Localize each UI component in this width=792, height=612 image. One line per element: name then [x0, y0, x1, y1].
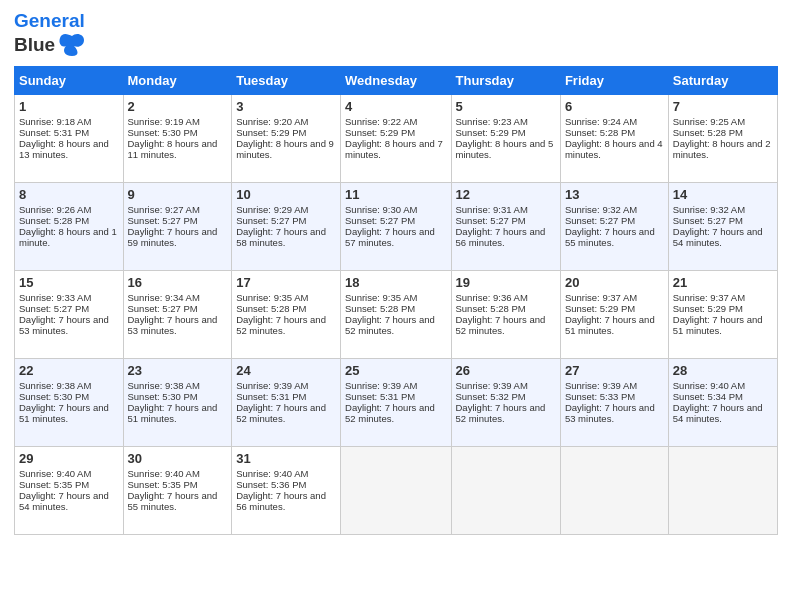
sunset-text: Sunset: 5:35 PM: [19, 479, 89, 490]
day-number: 8: [19, 187, 119, 202]
sunset-text: Sunset: 5:28 PM: [345, 303, 415, 314]
sunset-text: Sunset: 5:29 PM: [673, 303, 743, 314]
daylight-text: Daylight: 7 hours and 53 minutes.: [19, 314, 109, 336]
sunset-text: Sunset: 5:29 PM: [456, 127, 526, 138]
sunrise-text: Sunrise: 9:34 AM: [128, 292, 200, 303]
daylight-text: Daylight: 7 hours and 57 minutes.: [345, 226, 435, 248]
sunset-text: Sunset: 5:28 PM: [236, 303, 306, 314]
daylight-text: Daylight: 7 hours and 55 minutes.: [565, 226, 655, 248]
col-header-sunday: Sunday: [15, 66, 124, 94]
day-number: 4: [345, 99, 446, 114]
sunrise-text: Sunrise: 9:31 AM: [456, 204, 528, 215]
page-container: General Blue SundayMondayTuesdayWednesda…: [0, 0, 792, 545]
sunset-text: Sunset: 5:27 PM: [673, 215, 743, 226]
daylight-text: Daylight: 7 hours and 52 minutes.: [456, 314, 546, 336]
calendar-cell: 2Sunrise: 9:19 AMSunset: 5:30 PMDaylight…: [123, 94, 232, 182]
sunset-text: Sunset: 5:29 PM: [236, 127, 306, 138]
calendar-cell: [341, 446, 451, 534]
daylight-text: Daylight: 7 hours and 51 minutes.: [128, 402, 218, 424]
sunrise-text: Sunrise: 9:24 AM: [565, 116, 637, 127]
sunrise-text: Sunrise: 9:40 AM: [673, 380, 745, 391]
sunset-text: Sunset: 5:27 PM: [565, 215, 635, 226]
day-number: 29: [19, 451, 119, 466]
week-row-5: 29Sunrise: 9:40 AMSunset: 5:35 PMDayligh…: [15, 446, 778, 534]
calendar-cell: 10Sunrise: 9:29 AMSunset: 5:27 PMDayligh…: [232, 182, 341, 270]
sunrise-text: Sunrise: 9:22 AM: [345, 116, 417, 127]
calendar-cell: 20Sunrise: 9:37 AMSunset: 5:29 PMDayligh…: [560, 270, 668, 358]
week-row-3: 15Sunrise: 9:33 AMSunset: 5:27 PMDayligh…: [15, 270, 778, 358]
day-number: 20: [565, 275, 664, 290]
sunrise-text: Sunrise: 9:40 AM: [19, 468, 91, 479]
sunset-text: Sunset: 5:30 PM: [128, 127, 198, 138]
calendar-cell: 8Sunrise: 9:26 AMSunset: 5:28 PMDaylight…: [15, 182, 124, 270]
calendar-cell: [668, 446, 777, 534]
calendar-cell: 25Sunrise: 9:39 AMSunset: 5:31 PMDayligh…: [341, 358, 451, 446]
col-header-friday: Friday: [560, 66, 668, 94]
calendar-cell: 15Sunrise: 9:33 AMSunset: 5:27 PMDayligh…: [15, 270, 124, 358]
calendar-cell: 28Sunrise: 9:40 AMSunset: 5:34 PMDayligh…: [668, 358, 777, 446]
sunset-text: Sunset: 5:35 PM: [128, 479, 198, 490]
week-row-1: 1Sunrise: 9:18 AMSunset: 5:31 PMDaylight…: [15, 94, 778, 182]
calendar-cell: 14Sunrise: 9:32 AMSunset: 5:27 PMDayligh…: [668, 182, 777, 270]
day-number: 13: [565, 187, 664, 202]
calendar-cell: 13Sunrise: 9:32 AMSunset: 5:27 PMDayligh…: [560, 182, 668, 270]
day-number: 23: [128, 363, 228, 378]
sunrise-text: Sunrise: 9:23 AM: [456, 116, 528, 127]
day-number: 6: [565, 99, 664, 114]
day-number: 22: [19, 363, 119, 378]
daylight-text: Daylight: 7 hours and 56 minutes.: [236, 490, 326, 512]
week-row-2: 8Sunrise: 9:26 AMSunset: 5:28 PMDaylight…: [15, 182, 778, 270]
sunset-text: Sunset: 5:29 PM: [565, 303, 635, 314]
day-number: 1: [19, 99, 119, 114]
day-number: 5: [456, 99, 556, 114]
calendar-cell: 12Sunrise: 9:31 AMSunset: 5:27 PMDayligh…: [451, 182, 560, 270]
daylight-text: Daylight: 7 hours and 54 minutes.: [673, 402, 763, 424]
daylight-text: Daylight: 8 hours and 1 minute.: [19, 226, 117, 248]
sunrise-text: Sunrise: 9:40 AM: [236, 468, 308, 479]
sunrise-text: Sunrise: 9:20 AM: [236, 116, 308, 127]
sunset-text: Sunset: 5:30 PM: [19, 391, 89, 402]
calendar-cell: 11Sunrise: 9:30 AMSunset: 5:27 PMDayligh…: [341, 182, 451, 270]
sunset-text: Sunset: 5:28 PM: [19, 215, 89, 226]
daylight-text: Daylight: 7 hours and 55 minutes.: [128, 490, 218, 512]
day-number: 25: [345, 363, 446, 378]
day-number: 17: [236, 275, 336, 290]
calendar-cell: 18Sunrise: 9:35 AMSunset: 5:28 PMDayligh…: [341, 270, 451, 358]
col-header-saturday: Saturday: [668, 66, 777, 94]
col-header-monday: Monday: [123, 66, 232, 94]
daylight-text: Daylight: 7 hours and 51 minutes.: [19, 402, 109, 424]
daylight-text: Daylight: 7 hours and 51 minutes.: [673, 314, 763, 336]
sunrise-text: Sunrise: 9:18 AM: [19, 116, 91, 127]
col-header-thursday: Thursday: [451, 66, 560, 94]
sunrise-text: Sunrise: 9:36 AM: [456, 292, 528, 303]
calendar-cell: 24Sunrise: 9:39 AMSunset: 5:31 PMDayligh…: [232, 358, 341, 446]
sunrise-text: Sunrise: 9:33 AM: [19, 292, 91, 303]
sunrise-text: Sunrise: 9:19 AM: [128, 116, 200, 127]
sunset-text: Sunset: 5:27 PM: [19, 303, 89, 314]
calendar-cell: 27Sunrise: 9:39 AMSunset: 5:33 PMDayligh…: [560, 358, 668, 446]
day-number: 2: [128, 99, 228, 114]
day-number: 14: [673, 187, 773, 202]
page-header: General Blue: [14, 10, 778, 58]
sunset-text: Sunset: 5:27 PM: [128, 303, 198, 314]
daylight-text: Daylight: 8 hours and 5 minutes.: [456, 138, 554, 160]
calendar-body: 1Sunrise: 9:18 AMSunset: 5:31 PMDaylight…: [15, 94, 778, 534]
calendar-cell: [451, 446, 560, 534]
sunrise-text: Sunrise: 9:39 AM: [565, 380, 637, 391]
sunrise-text: Sunrise: 9:30 AM: [345, 204, 417, 215]
calendar-cell: 1Sunrise: 9:18 AMSunset: 5:31 PMDaylight…: [15, 94, 124, 182]
day-number: 31: [236, 451, 336, 466]
sunset-text: Sunset: 5:34 PM: [673, 391, 743, 402]
day-number: 24: [236, 363, 336, 378]
week-row-4: 22Sunrise: 9:38 AMSunset: 5:30 PMDayligh…: [15, 358, 778, 446]
day-number: 9: [128, 187, 228, 202]
daylight-text: Daylight: 8 hours and 13 minutes.: [19, 138, 109, 160]
sunset-text: Sunset: 5:33 PM: [565, 391, 635, 402]
calendar-cell: 7Sunrise: 9:25 AMSunset: 5:28 PMDaylight…: [668, 94, 777, 182]
daylight-text: Daylight: 7 hours and 52 minutes.: [236, 402, 326, 424]
calendar-cell: 21Sunrise: 9:37 AMSunset: 5:29 PMDayligh…: [668, 270, 777, 358]
calendar-cell: 3Sunrise: 9:20 AMSunset: 5:29 PMDaylight…: [232, 94, 341, 182]
day-number: 26: [456, 363, 556, 378]
day-number: 3: [236, 99, 336, 114]
sunrise-text: Sunrise: 9:40 AM: [128, 468, 200, 479]
